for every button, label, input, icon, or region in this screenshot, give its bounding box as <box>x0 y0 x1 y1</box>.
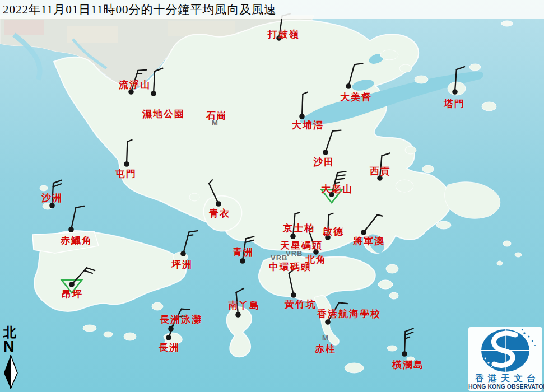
station-label-tsing-yi: 青衣 <box>209 207 230 220</box>
station-label-tuen-mun: 屯門 <box>115 167 137 180</box>
station-label-sai-kung: 西貢 <box>370 165 391 178</box>
station-label-lau-fau-shan: 流浮山 <box>119 78 151 91</box>
north-label-zh: 北 <box>1 326 24 339</box>
station-status-star-ferry: VRB <box>286 249 303 258</box>
station-label-waglan-island: 橫瀾島 <box>392 358 424 371</box>
station-label-green-island: 青洲 <box>233 246 254 259</box>
station-label-hk-sea-school: 香港航海學校 <box>317 307 381 320</box>
station-label-sha-tin: 沙田 <box>313 156 334 169</box>
station-label-tai-po-kau: 大埔滘 <box>292 119 324 132</box>
page-title: 2022年11月01日11時00分的十分鐘平均風向及風速 <box>3 0 276 19</box>
station-label-stanley: 赤柱 <box>315 343 336 356</box>
station-status-shek-kong: M <box>212 119 218 127</box>
station-label-ngong-ping: 昂坪 <box>62 288 83 301</box>
station-label-cheung-chau-beach: 長洲泳灘 <box>160 313 202 326</box>
station-label-tseung-kwan-o: 將軍澳 <box>353 235 385 248</box>
hko-logo-icon <box>468 327 542 373</box>
hko-logo-name-en: HONG KONG OBSERVATORY <box>468 383 542 390</box>
station-label-chek-lap-kok: 赤鱲角 <box>61 234 92 247</box>
station-label-peng-chau: 坪洲 <box>171 258 193 271</box>
station-label-cheung-chau: 長洲 <box>159 341 180 354</box>
station-label-lamma-island: 南丫島 <box>228 299 260 312</box>
north-indicator: 北 N <box>1 326 24 392</box>
north-arrow-icon <box>1 354 21 390</box>
station-label-sha-chau: 沙洲 <box>41 192 63 204</box>
station-label-wetland-park: 濕地公園 <box>142 108 185 120</box>
hko-logo: 香港天文台 HONG KONG OBSERVATORY <box>468 327 542 391</box>
station-label-kai-tak: 啟德 <box>323 225 344 238</box>
station-labels-layer: 打鼓嶺流浮山濕地公園石崗M大美督大埔滘塔門沙田西貢大老山屯門沙洲赤鱲角青衣京士柏… <box>0 0 544 392</box>
station-label-wong-chuk-hang: 黃竹坑 <box>285 298 317 311</box>
title-bar: 2022年11月01日11時00分的十分鐘平均風向及風速 <box>0 0 544 19</box>
station-label-north-point: 北角 <box>305 253 327 266</box>
station-label-tap-mun: 塔門 <box>444 97 465 110</box>
station-label-kings-park: 京士柏 <box>283 222 315 235</box>
wind-map-page: 打鼓嶺流浮山濕地公園石崗M大美督大埔滘塔門沙田西貢大老山屯門沙洲赤鱲角青衣京士柏… <box>0 0 544 392</box>
station-label-tates-cairn: 大老山 <box>321 183 353 195</box>
north-label-en: N <box>1 339 24 354</box>
station-label-ta-kwu-ling: 打鼓嶺 <box>268 28 300 41</box>
station-status-stanley: M <box>322 334 329 342</box>
station-status-central-pier: VRB <box>271 254 287 262</box>
station-label-tai-mei-tuk: 大美督 <box>340 91 372 104</box>
